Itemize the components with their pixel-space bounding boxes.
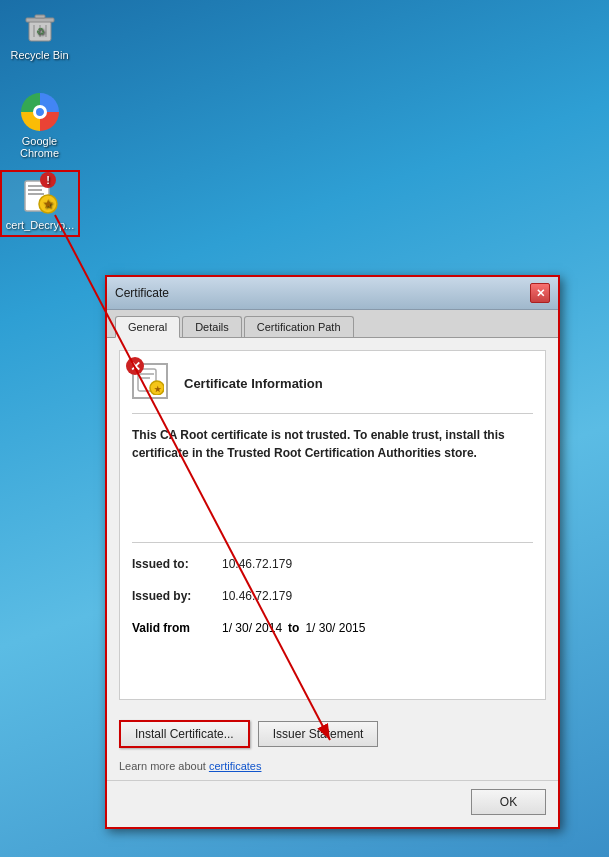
cert-header: ✕ ★ Certificate Information: [132, 363, 533, 414]
certificate-dialog: Certificate ✕ General Details Certificat…: [105, 275, 560, 829]
learn-more-section: Learn more about certificates: [107, 756, 558, 780]
dialog-buttons-row: Install Certificate... Issuer Statement: [107, 712, 558, 756]
issuer-statement-button[interactable]: Issuer Statement: [258, 721, 379, 747]
google-chrome-label: Google Chrome: [6, 135, 73, 159]
issued-by-row: Issued by: 10.46.72.179: [132, 589, 533, 603]
svg-rect-1: [26, 18, 54, 22]
issued-by-label: Issued by:: [132, 589, 222, 603]
recycle-bin-label: Recycle Bin: [10, 49, 68, 61]
svg-text:♻: ♻: [35, 26, 44, 37]
svg-rect-9: [28, 189, 42, 191]
tab-general[interactable]: General: [115, 316, 180, 338]
cert-info-box: ✕ ★ Certificate Information This CA Root: [119, 350, 546, 700]
svg-rect-15: [140, 377, 150, 379]
valid-from-value: 1/ 30/ 2014 to 1/ 30/ 2015: [222, 621, 365, 635]
cert-decrypt-label: cert_Decryp...: [6, 219, 74, 231]
issued-to-label: Issued to:: [132, 557, 222, 571]
dialog-content: ✕ ★ Certificate Information This CA Root: [107, 338, 558, 712]
dialog-titlebar: Certificate ✕: [107, 277, 558, 310]
tab-details[interactable]: Details: [182, 316, 242, 337]
svg-rect-14: [140, 373, 154, 375]
cert-decrypt-desktop-icon[interactable]: ★ ! cert_Decryp...: [0, 170, 80, 237]
recycle-bin-icon[interactable]: ♻ Recycle Bin: [2, 2, 77, 65]
issued-to-value: 10.46.72.179: [222, 557, 292, 571]
certificates-link[interactable]: certificates: [209, 760, 262, 772]
svg-rect-10: [28, 193, 44, 195]
cert-icon: ✕ ★: [132, 363, 172, 403]
dialog-title: Certificate: [115, 286, 169, 300]
cert-warning-text: This CA Root certificate is not trusted.…: [132, 426, 533, 462]
tabs-row: General Details Certification Path: [107, 310, 558, 338]
tab-certification-path[interactable]: Certification Path: [244, 316, 354, 337]
issued-by-value: 10.46.72.179: [222, 589, 292, 603]
valid-from-label: Valid from: [132, 621, 222, 635]
google-chrome-icon[interactable]: Google Chrome: [2, 88, 77, 163]
learn-more-text: Learn more about: [119, 760, 209, 772]
close-button[interactable]: ✕: [530, 283, 550, 303]
cert-fields: Issued to: 10.46.72.179 Issued by: 10.46…: [132, 542, 533, 635]
svg-text:★: ★: [154, 385, 162, 394]
svg-rect-2: [35, 15, 45, 18]
issued-to-row: Issued to: 10.46.72.179: [132, 557, 533, 571]
ok-row: OK: [107, 780, 558, 827]
install-certificate-button[interactable]: Install Certificate...: [119, 720, 250, 748]
svg-text:★: ★: [43, 198, 54, 210]
valid-from-row: Valid from 1/ 30/ 2014 to 1/ 30/ 2015: [132, 621, 533, 635]
ok-button[interactable]: OK: [471, 789, 546, 815]
cert-info-title: Certificate Information: [184, 376, 323, 391]
cert-error-badge: ✕: [126, 357, 144, 375]
